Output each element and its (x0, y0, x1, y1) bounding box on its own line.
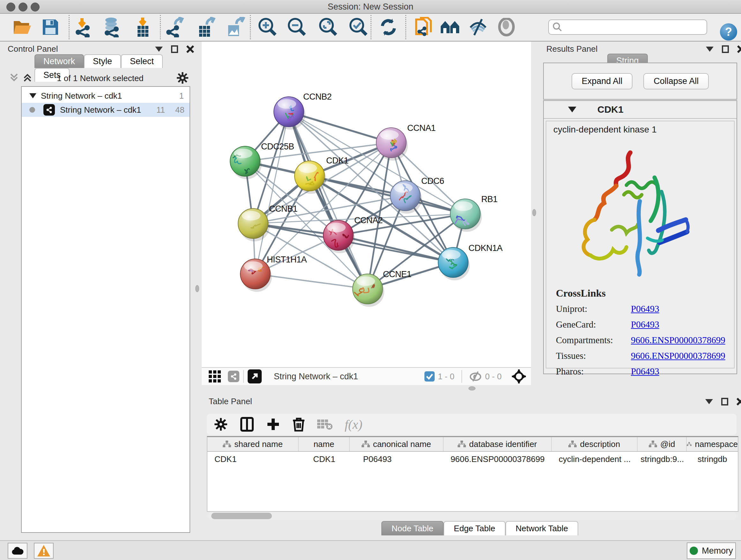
gene-description: cyclin-dependent kinase 1 (546, 121, 734, 135)
network-share-icon[interactable] (228, 371, 239, 382)
delete-column-trash-icon[interactable] (292, 417, 305, 432)
export-table-icon[interactable] (192, 16, 219, 39)
search-input[interactable] (548, 19, 707, 35)
status-bar: Memory (0, 540, 741, 560)
hidden-eye-icon[interactable] (469, 371, 482, 382)
column-header[interactable]: shared name (207, 437, 299, 451)
fit-selected-crosshair-icon[interactable] (512, 369, 526, 383)
section-collapse-icon[interactable] (568, 107, 576, 112)
network-canvas[interactable]: CCNB2CCNA1CDC25BCDK1CDC6RB1CCNB1CCNA2CDK… (202, 42, 531, 367)
network-edge[interactable] (255, 274, 367, 289)
table-settings-gear-icon[interactable] (214, 417, 228, 431)
zoom-in-icon[interactable] (254, 16, 281, 39)
panel-close-icon[interactable] (737, 45, 741, 53)
network-options-gear-icon[interactable] (176, 71, 189, 84)
birdseye-grid-icon[interactable] (209, 370, 221, 382)
tree-expand-icon[interactable] (29, 93, 37, 98)
cloud-icon (11, 546, 24, 555)
table-horizontal-scrollbar[interactable] (208, 512, 737, 520)
horizontal-splitter-handle[interactable] (468, 386, 475, 390)
tab-select[interactable]: Select (121, 54, 163, 68)
selected-counts: 1 - 0 (438, 372, 455, 381)
panel-float-icon[interactable] (171, 45, 178, 53)
expand-all-button[interactable]: Expand All (571, 73, 633, 89)
crosslink-compartments[interactable]: 9606.ENSP00000378699 (631, 335, 735, 346)
node-label-cdkn1a: CDKN1A (468, 243, 502, 253)
edge-count: 48 (175, 105, 185, 115)
open-session-icon[interactable] (9, 16, 36, 39)
scrollbar-thumb[interactable] (211, 513, 272, 519)
right-splitter-handle[interactable] (532, 209, 536, 216)
crosslink-pharos[interactable]: P06493 (631, 366, 735, 377)
crosslink-uniprot[interactable]: P06493 (631, 304, 735, 314)
collapse-all-button[interactable]: Collapse All (643, 73, 709, 89)
collapse-all-networks-icon[interactable] (10, 73, 19, 82)
tab-network-table[interactable]: Network Table (506, 521, 578, 536)
main-toolbar: ? (0, 14, 741, 42)
tab-node-table[interactable]: Node Table (381, 521, 444, 536)
panel-float-icon[interactable] (722, 45, 729, 53)
collection-count: 1 (179, 91, 184, 101)
cell-database-identifier: 9606.ENSP00000378699 (444, 452, 552, 466)
tab-edge-table[interactable]: Edge Table (444, 521, 506, 536)
cloud-status-button[interactable] (8, 543, 27, 559)
gene-section: CDK1 cyclin-dependent kinase 1 (543, 100, 737, 374)
panel-close-icon[interactable] (737, 398, 741, 406)
warnings-button[interactable] (34, 543, 54, 559)
network-edge[interactable] (255, 112, 289, 274)
crosslink-genecard[interactable]: P06493 (631, 319, 735, 330)
column-header[interactable]: description (552, 437, 637, 451)
zoom-fit-icon[interactable] (315, 16, 342, 39)
control-panel-title: Control Panel (8, 44, 58, 54)
refresh-icon[interactable] (375, 16, 402, 39)
crosslinks-section: CrossLinks Uniprot:P06493 GeneCard:P0649… (556, 287, 735, 377)
window-title: Session: New Session (0, 2, 741, 12)
column-header[interactable]: @id (637, 437, 687, 451)
memory-button[interactable]: Memory (687, 543, 736, 559)
memory-label: Memory (702, 546, 733, 556)
panel-collapse-icon[interactable] (705, 399, 713, 404)
network-overview-icon[interactable] (436, 16, 463, 39)
column-header[interactable]: name (299, 437, 350, 451)
panel-collapse-icon[interactable] (706, 47, 714, 52)
show-hide-icon[interactable] (465, 16, 491, 39)
zoom-out-icon[interactable] (284, 16, 311, 39)
export-network-icon[interactable] (163, 16, 190, 39)
tab-style[interactable]: Style (84, 54, 121, 68)
crosslinks-title: CrossLinks (556, 287, 735, 299)
import-network-file-icon[interactable] (70, 16, 97, 39)
open-in-window-icon[interactable] (248, 369, 262, 383)
tab-network[interactable]: Network (35, 54, 84, 68)
export-image-icon[interactable] (222, 16, 249, 39)
help-icon[interactable]: ? (720, 23, 737, 41)
toolbar-separator (405, 15, 406, 39)
lens-icon[interactable] (493, 16, 520, 39)
crosslink-label: Compartments: (556, 335, 631, 346)
save-session-icon[interactable] (37, 16, 64, 39)
column-header[interactable]: canonical name (350, 437, 444, 451)
node-label-cdc6: CDC6 (421, 176, 444, 186)
results-panel-title: Results Panel (546, 44, 597, 54)
panel-collapse-icon[interactable] (155, 47, 163, 52)
column-header[interactable]: database identifier (444, 437, 552, 451)
selected-checkbox-icon[interactable] (424, 371, 434, 381)
left-splitter-handle[interactable] (195, 285, 199, 292)
table-row[interactable]: CDK1 CDK1 P06493 9606.ENSP00000378699 cy… (207, 452, 738, 466)
select-columns-icon[interactable] (240, 417, 254, 432)
results-actions: Expand All Collapse All (543, 63, 737, 100)
zoom-selected-icon[interactable] (345, 16, 372, 39)
import-table-icon[interactable] (129, 16, 156, 39)
panel-float-icon[interactable] (721, 398, 728, 406)
cell-name: CDK1 (299, 452, 350, 466)
import-network-database-icon[interactable] (98, 16, 125, 39)
node-label-ccna1: CCNA1 (407, 123, 435, 133)
column-header[interactable]: namespace (687, 437, 738, 451)
add-column-icon[interactable] (266, 417, 280, 431)
table-panel-title: Table Panel (209, 396, 252, 407)
new-network-from-file-icon[interactable] (411, 16, 437, 39)
network-row-selected[interactable]: String Network – cdk1 11 48 (22, 103, 190, 117)
crosslink-tissues[interactable]: 9606.ENSP00000378699 (631, 351, 735, 361)
network-collection-row[interactable]: String Network – cdk1 1 (22, 89, 190, 103)
node-label-ccnb2: CCNB2 (303, 92, 332, 102)
panel-close-icon[interactable] (186, 45, 194, 53)
